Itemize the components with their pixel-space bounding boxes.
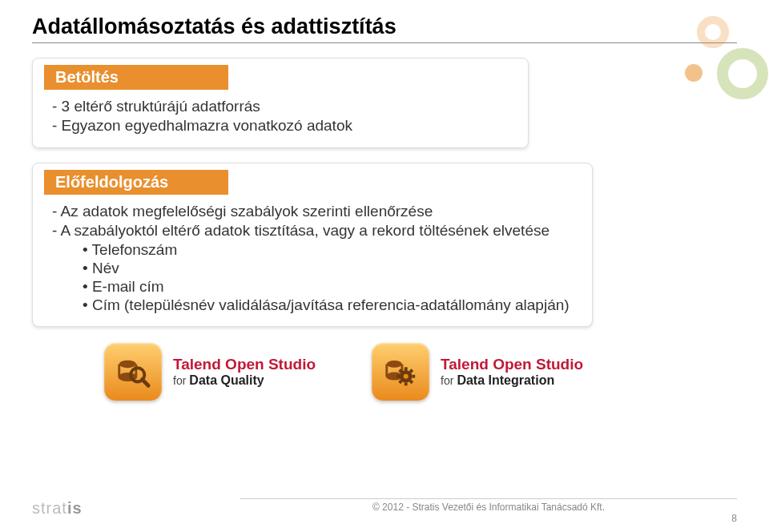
list-item: Egyazon egyedhalmazra vonatkozó adatok bbox=[52, 117, 513, 135]
list-item: Név bbox=[83, 260, 578, 277]
panel-preprocess-list: Az adatok megfelelőségi szabályok szerin… bbox=[47, 203, 578, 240]
list-item: Telefonszám bbox=[83, 241, 578, 259]
title-rule bbox=[32, 42, 737, 43]
svg-line-3 bbox=[143, 380, 149, 386]
slide: Adatállomásoztatás és adattisztítás Betö… bbox=[0, 0, 769, 532]
products-row: Talend Open Studio forData Quality bbox=[104, 343, 737, 401]
product-title: Talend Open Studio bbox=[441, 356, 583, 373]
logo-part-b: is bbox=[67, 499, 83, 517]
footer-copyright: © 2012 - Stratis Vezetői és Informatikai… bbox=[240, 498, 737, 513]
product-text: Talend Open Studio forData Quality bbox=[173, 356, 316, 388]
product-name: Data Integration bbox=[457, 373, 554, 387]
magnify-db-icon bbox=[104, 343, 162, 401]
panel-header-preprocess: Előfeldolgozás bbox=[44, 170, 228, 195]
footer: stratis © 2012 - Stratis Vezetői és Info… bbox=[0, 502, 769, 524]
svg-point-7 bbox=[404, 374, 409, 379]
gear-db-icon bbox=[372, 343, 429, 401]
svg-line-12 bbox=[400, 370, 402, 373]
svg-line-13 bbox=[410, 381, 413, 383]
product-text: Talend Open Studio forData Integration bbox=[441, 356, 583, 388]
list-item: E-mail cím bbox=[83, 278, 578, 296]
product-data-integration: Talend Open Studio forData Integration bbox=[372, 343, 583, 401]
company-logo: stratis bbox=[32, 499, 83, 518]
panel-load: Betöltés 3 eltérő struktúrájú adatforrás… bbox=[32, 58, 529, 148]
page-number: 8 bbox=[731, 513, 737, 524]
product-data-quality: Talend Open Studio forData Quality bbox=[104, 343, 316, 401]
panel-load-list: 3 eltérő struktúrájú adatforrás Egyazon … bbox=[47, 98, 513, 135]
slide-title: Adatállomásoztatás és adattisztítás bbox=[32, 14, 737, 39]
logo-part-a: strat bbox=[32, 499, 67, 517]
list-item: A szabályoktól eltérő adatok tisztítása,… bbox=[52, 222, 578, 240]
svg-line-15 bbox=[410, 370, 413, 373]
svg-point-0 bbox=[119, 361, 136, 369]
product-name: Data Quality bbox=[189, 373, 264, 387]
list-item: Az adatok megfelelőségi szabályok szerin… bbox=[52, 203, 578, 220]
product-for: for bbox=[173, 374, 186, 387]
product-title: Talend Open Studio bbox=[173, 356, 316, 373]
panel-preprocess: Előfeldolgozás Az adatok megfelelőségi s… bbox=[32, 163, 593, 327]
list-item: Cím (településnév validálása/javítása re… bbox=[83, 296, 578, 314]
svg-line-14 bbox=[400, 381, 402, 383]
list-item: 3 eltérő struktúrájú adatforrás bbox=[52, 98, 513, 115]
product-for: for bbox=[441, 374, 453, 387]
panel-preprocess-sublist: Telefonszám Név E-mail cím Cím (települé… bbox=[47, 241, 578, 314]
svg-point-4 bbox=[387, 361, 402, 368]
panel-header-load: Betöltés bbox=[44, 65, 228, 90]
